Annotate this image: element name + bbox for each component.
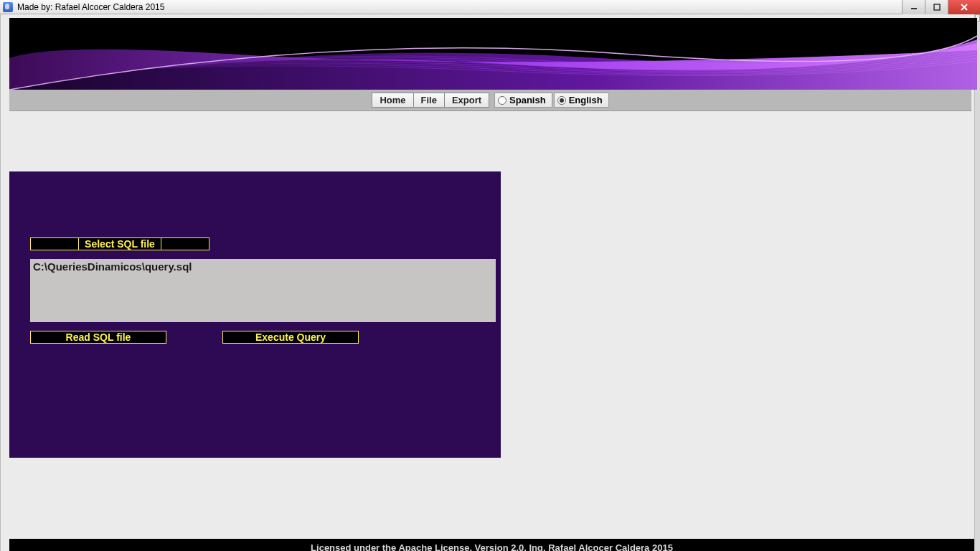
- radio-unchecked-icon: [498, 96, 507, 105]
- select-sql-file-button[interactable]: Select SQL file: [30, 237, 209, 250]
- footer-text: Licensed under the Apache License, Versi…: [311, 542, 673, 552]
- window-titlebar: Made by: Rafael Alcocer Caldera 2015: [0, 0, 980, 14]
- language-spanish-radio[interactable]: Spanish: [494, 93, 552, 108]
- file-menu-button[interactable]: File: [413, 93, 445, 108]
- header-banner: [9, 18, 977, 90]
- spanish-label: Spanish: [509, 95, 546, 105]
- window-controls: [902, 0, 980, 14]
- execute-query-button[interactable]: Execute Query: [222, 331, 359, 344]
- footer-bar: Licensed under the Apache License, Versi…: [9, 539, 974, 551]
- svg-line-3: [961, 4, 967, 10]
- svg-line-2: [961, 4, 967, 10]
- menubar: Home File Export Spanish English: [9, 90, 971, 111]
- language-english-radio[interactable]: English: [554, 93, 609, 108]
- java-icon: [3, 2, 13, 12]
- sql-panel: Select SQL file Read SQL file Execute Qu…: [9, 171, 501, 458]
- vertical-scrollbar[interactable]: [974, 14, 980, 551]
- radio-checked-icon: [557, 96, 566, 105]
- sql-file-path-textarea[interactable]: [30, 259, 496, 322]
- content-area: Home File Export Spanish English Select …: [0, 14, 974, 551]
- home-menu-button[interactable]: Home: [372, 93, 413, 108]
- close-button[interactable]: [948, 0, 980, 14]
- svg-rect-1: [934, 4, 940, 10]
- window-title: Made by: Rafael Alcocer Caldera 2015: [17, 2, 164, 12]
- english-label: English: [569, 95, 603, 105]
- maximize-button[interactable]: [925, 0, 948, 14]
- minimize-button[interactable]: [902, 0, 925, 14]
- export-menu-button[interactable]: Export: [444, 93, 489, 108]
- read-sql-file-button[interactable]: Read SQL file: [30, 331, 166, 344]
